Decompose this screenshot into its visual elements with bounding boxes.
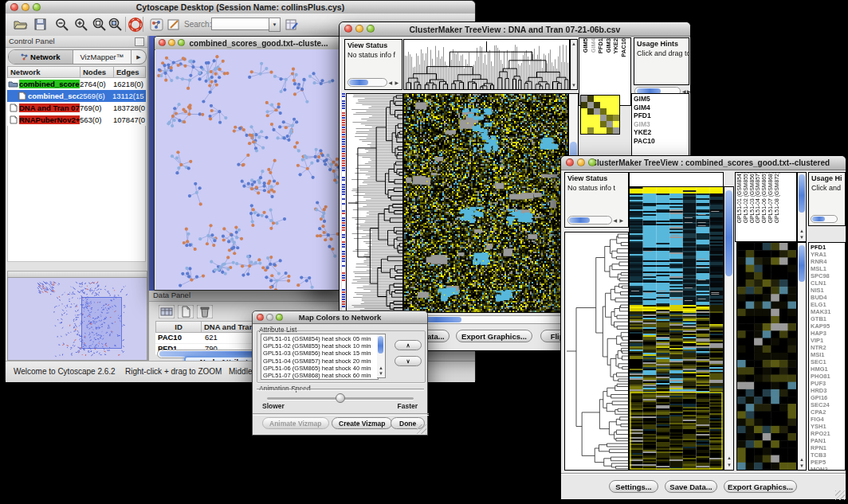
slider-thumb[interactable] bbox=[336, 393, 345, 403]
network-tree-row[interactable]: combined_sco 2569(6) 13112(15) bbox=[7, 90, 146, 102]
new-attribute-icon[interactable] bbox=[178, 305, 194, 322]
main-titlebar[interactable]: Cytoscape Desktop (Session Name: collins… bbox=[6, 1, 475, 14]
attribute-list-item[interactable]: GPL51-06 (GSM865) heat shock 40 min bbox=[263, 365, 376, 372]
treeview2-status-scrollbar[interactable] bbox=[567, 216, 612, 225]
attribute-list-item[interactable]: GPL51-02 (GSM855) heat shock 10 min bbox=[263, 342, 376, 350]
treeview2-column-labels[interactable]: GPL51-01 (GSM854)GPL51-02 (GSM855)GPL51-… bbox=[735, 172, 797, 242]
close-icon[interactable] bbox=[566, 158, 574, 166]
treeview1-summary-heatmap[interactable] bbox=[580, 95, 620, 135]
save-icon[interactable] bbox=[31, 16, 49, 33]
treeview1-view-status: View Status No status info f ◀▶ bbox=[344, 39, 402, 90]
treeview1-button[interactable]: Export Graphics... bbox=[456, 330, 532, 342]
col-header-network[interactable]: Network bbox=[7, 66, 80, 78]
attribute-list-item[interactable]: GPL51-04 (GSM857) heat shock 20 min bbox=[263, 357, 376, 365]
minimize-icon[interactable] bbox=[577, 158, 585, 166]
attribute-editor-icon[interactable] bbox=[283, 16, 300, 33]
gene-label: TCB3 bbox=[811, 451, 843, 459]
open-file-icon[interactable] bbox=[12, 16, 29, 33]
network-tree-row[interactable]: combined_scores 2764(0) 16218(0) bbox=[7, 78, 146, 90]
treeview2-gene-list[interactable]: PFD1YRA1RNR4MSL1SPC98CLN1NIS1BUD4ELG1MAK… bbox=[808, 242, 846, 471]
resize-grip[interactable] bbox=[835, 490, 845, 500]
search-input[interactable] bbox=[211, 18, 270, 30]
zoom-out-icon[interactable] bbox=[53, 16, 71, 33]
treeview2-button[interactable]: Settings... bbox=[609, 480, 658, 493]
gene-label: MSL1 bbox=[811, 265, 843, 272]
col-header-nodes[interactable]: Nodes bbox=[80, 66, 114, 78]
gene-label: SPC98 bbox=[811, 272, 843, 279]
animation-speed-slider[interactable] bbox=[267, 397, 414, 400]
zoom-selected-icon[interactable] bbox=[90, 16, 108, 33]
treeview2-title: ClusterMaker TreeView : combined_scores_… bbox=[591, 158, 830, 167]
gene-label: NTR2 bbox=[811, 344, 843, 351]
float-panel-icon[interactable] bbox=[135, 37, 144, 46]
network-tree-row[interactable]: RNAPuberNov2+ 563(0) 107847(0) bbox=[7, 114, 146, 126]
network-overview-panel[interactable] bbox=[7, 277, 147, 361]
treeview2-hints-scrollbar[interactable] bbox=[811, 215, 838, 223]
move-down-button[interactable]: ∨ bbox=[395, 356, 422, 366]
help-lifesaver-icon[interactable] bbox=[127, 16, 144, 33]
search-dropdown-icon[interactable]: ▼ bbox=[269, 18, 281, 32]
tab-overflow-button[interactable]: ▶ bbox=[132, 50, 146, 64]
move-up-button[interactable]: ∧ bbox=[395, 340, 422, 350]
zoom-window-icon[interactable] bbox=[367, 25, 375, 33]
tab-vizmapper[interactable]: VizMapper™ bbox=[73, 50, 132, 64]
network1-canvas[interactable] bbox=[155, 49, 343, 290]
minimize-icon[interactable] bbox=[266, 314, 273, 321]
minimize-icon[interactable] bbox=[22, 3, 29, 11]
treeview2-gene-scrollbar[interactable]: ▲▼ bbox=[797, 242, 807, 471]
network-nodes-cell: 769(0) bbox=[80, 104, 113, 112]
animate-vizmap-button[interactable]: Animate Vizmap bbox=[262, 417, 329, 429]
attribute-list[interactable]: GPL51-01 (GSM854) heat shock 05 minGPL51… bbox=[261, 334, 379, 380]
gene-label: RPO21 bbox=[811, 430, 843, 437]
treeview2-zoom-panel[interactable] bbox=[736, 242, 797, 471]
treeview2-row-dendrogram[interactable] bbox=[564, 232, 629, 471]
dialog-titlebar[interactable]: Map Colors to Network bbox=[253, 311, 427, 324]
minimize-icon[interactable] bbox=[355, 25, 363, 33]
close-icon[interactable] bbox=[257, 314, 264, 321]
delete-attribute-icon[interactable] bbox=[197, 305, 213, 322]
treeview1-titlebar[interactable]: ClusterMaker TreeView : DNA and Tran 07-… bbox=[340, 22, 690, 37]
col-header-edges[interactable]: Edges bbox=[114, 66, 146, 78]
zoom-fit-icon[interactable] bbox=[106, 16, 124, 33]
treeview2-button[interactable]: Export Graphics... bbox=[724, 480, 797, 493]
gene-label: HAP3 bbox=[811, 330, 843, 337]
treeview1-status-scrollbar[interactable] bbox=[347, 78, 387, 87]
treeview2-vscrollbar[interactable]: ▲▼ bbox=[724, 186, 734, 471]
close-icon[interactable] bbox=[344, 25, 352, 33]
tab-network[interactable]: Network bbox=[9, 50, 73, 64]
column-label: GIM5 bbox=[583, 38, 589, 53]
treeview1-column-dendrogram[interactable] bbox=[403, 39, 570, 90]
close-icon[interactable] bbox=[10, 3, 18, 11]
window-controls[interactable] bbox=[10, 3, 41, 11]
zoom-in-icon[interactable] bbox=[73, 16, 90, 33]
zoom-window-icon[interactable] bbox=[588, 158, 596, 166]
resize-grip[interactable] bbox=[417, 424, 426, 434]
treeview1-heatmap[interactable] bbox=[403, 93, 568, 313]
zoom-window-icon[interactable] bbox=[178, 39, 185, 46]
attribute-list-item[interactable]: GPL51-07 (GSM868) heat shock 60 min bbox=[263, 372, 376, 379]
treeview2-button[interactable]: Save Data... bbox=[665, 480, 717, 493]
attribute-list-scrollbar[interactable]: ▲▼ bbox=[377, 334, 386, 378]
minimize-icon[interactable] bbox=[168, 39, 175, 46]
annotation-icon[interactable] bbox=[165, 16, 183, 33]
treeview2-heatmap[interactable] bbox=[629, 186, 724, 471]
treeview1-coltree-scrollbar[interactable]: ▲▼ bbox=[570, 39, 578, 90]
create-vizmap-button[interactable]: Create Vizmap bbox=[332, 417, 392, 429]
network-tree-row[interactable]: DNA and Tran 07 769(0) 183728(0) bbox=[7, 102, 146, 114]
data-col-id[interactable]: ID bbox=[155, 321, 202, 333]
attribute-select-icon[interactable] bbox=[159, 305, 175, 322]
network1-titlebar[interactable]: combined_scores_good.txt--cluste... bbox=[155, 37, 342, 50]
treeview2-titlebar[interactable]: ClusterMaker TreeView : combined_scores_… bbox=[561, 156, 846, 170]
close-icon[interactable] bbox=[159, 39, 166, 46]
zoom-window-icon[interactable] bbox=[33, 3, 41, 11]
treeview2-collabel-scrollbar[interactable]: ▲▼ bbox=[797, 172, 807, 242]
treeview2-window: ClusterMaker TreeView : combined_scores_… bbox=[560, 155, 846, 500]
attribute-list-item[interactable]: GPL51-01 (GSM854) heat shock 05 min bbox=[263, 335, 376, 342]
gene-label: GIM5 bbox=[634, 95, 687, 104]
treeview1-row-dendrogram[interactable] bbox=[346, 93, 403, 313]
treeview1-hscrollbar[interactable] bbox=[403, 315, 568, 324]
network-overview-canvas[interactable] bbox=[8, 278, 145, 358]
zoom-window-icon[interactable] bbox=[276, 314, 283, 321]
attribute-list-item[interactable]: GPL51-03 (GSM856) heat shock 15 min bbox=[263, 350, 376, 357]
network-view-icon[interactable] bbox=[147, 16, 165, 33]
